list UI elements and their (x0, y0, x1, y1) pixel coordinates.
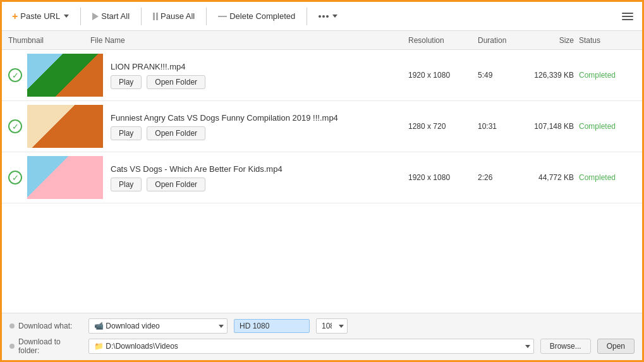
item-resolution-2: 1920 x 1080 (408, 173, 478, 182)
header-size: Size (522, 36, 579, 45)
paste-url-dropdown-arrow (64, 15, 69, 18)
item-info-0: LION PRANK!!!.mp4 Play Open Folder (111, 62, 408, 89)
item-check-1: ✓ (8, 119, 27, 133)
play-button-1[interactable]: Play (111, 126, 142, 140)
quality-badge: HD 1080 (234, 319, 310, 333)
item-buttons-0: Play Open Folder (111, 75, 408, 89)
item-filename-1: Funniest Angry Cats VS Dogs Funny Compil… (111, 113, 408, 123)
download-list: ✓ LION PRANK!!!.mp4 Play Open Folder 192… (2, 50, 642, 313)
folder-path-wrapper: 📁 D:\Downloads\Videos (88, 339, 534, 354)
more-icon (319, 15, 329, 18)
check-icon-2: ✓ (8, 171, 22, 184)
item-resolution-1: 1280 x 720 (408, 122, 478, 131)
quality-select[interactable]: 1080p 720p 480p 360p (316, 318, 348, 334)
table-row: ✓ Cats VS Dogs - Which Are Better For Ki… (2, 152, 642, 203)
header-status: Status (579, 36, 636, 45)
download-type-wrapper: 📹 Download video (88, 318, 228, 334)
table-row: ✓ Funniest Angry Cats VS Dogs Funny Comp… (2, 101, 642, 152)
folder-path-select[interactable]: 📁 D:\Downloads\Videos (88, 339, 534, 354)
start-all-label: Start All (101, 11, 130, 21)
item-resolution-0: 1920 x 1080 (408, 71, 478, 80)
download-what-row: Download what: 📹 Download video HD 1080 … (9, 318, 635, 334)
item-duration-1: 10:31 (478, 122, 522, 131)
toolbar-separator-3 (206, 8, 207, 25)
table-header: Thumbnail File Name Resolution Duration … (2, 31, 642, 50)
play-icon (92, 13, 99, 20)
toolbar-separator-2 (141, 8, 142, 25)
more-dropdown-arrow (332, 15, 337, 18)
bottom-bar: Download what: 📹 Download video HD 1080 … (2, 313, 642, 360)
download-folder-row: Download to folder: 📁 D:\Downloads\Video… (9, 337, 635, 355)
header-resolution: Resolution (408, 36, 478, 45)
header-duration: Duration (478, 36, 522, 45)
pause-icon (153, 13, 158, 20)
paste-url-button[interactable]: + Paste URL (8, 8, 73, 25)
plus-icon: + (12, 11, 18, 22)
open-button[interactable]: Open (597, 339, 635, 354)
item-info-2: Cats VS Dogs - Which Are Better For Kids… (111, 164, 408, 191)
check-icon-1: ✓ (8, 119, 22, 133)
delete-completed-label: Delete Completed (229, 11, 295, 21)
hamburger-line-1 (622, 13, 633, 14)
play-button-2[interactable]: Play (111, 178, 142, 191)
item-filename-0: LION PRANK!!!.mp4 (111, 62, 408, 71)
browse-button[interactable]: Browse... (540, 339, 591, 354)
table-row: ✓ LION PRANK!!!.mp4 Play Open Folder 192… (2, 50, 642, 101)
hamburger-menu-button[interactable] (619, 10, 636, 23)
quality-wrapper: 1080p 720p 480p 360p (316, 318, 348, 334)
item-status-0: Completed (579, 71, 636, 80)
item-check-2: ✓ (8, 171, 27, 184)
item-info-1: Funniest Angry Cats VS Dogs Funny Compil… (111, 113, 408, 140)
open-folder-button-2[interactable]: Open Folder (147, 178, 205, 191)
open-folder-button-1[interactable]: Open Folder (147, 126, 205, 140)
check-icon-0: ✓ (8, 68, 22, 82)
play-button-0[interactable]: Play (111, 75, 142, 89)
toolbar-separator-1 (80, 8, 81, 25)
item-thumbnail-2 (27, 156, 103, 199)
toolbar-separator-4 (307, 8, 307, 25)
start-all-button[interactable]: Start All (88, 9, 133, 23)
open-folder-button-0[interactable]: Open Folder (147, 75, 205, 89)
item-duration-2: 2:26 (478, 173, 522, 182)
item-thumbnail-0 (27, 54, 103, 97)
item-status-1: Completed (579, 122, 636, 131)
item-size-2: 44,772 KB (522, 173, 579, 182)
item-buttons-2: Play Open Folder (111, 178, 408, 191)
item-buttons-1: Play Open Folder (111, 126, 408, 140)
item-filename-2: Cats VS Dogs - Which Are Better For Kids… (111, 164, 408, 174)
delete-completed-button[interactable]: Delete Completed (214, 9, 299, 23)
header-thumbnail: Thumbnail (8, 36, 90, 45)
pause-all-button[interactable]: Pause All (149, 9, 198, 23)
hamburger-line-3 (622, 19, 633, 20)
more-options-button[interactable] (315, 12, 341, 20)
header-filename: File Name (90, 36, 408, 45)
item-status-2: Completed (579, 173, 636, 182)
paste-url-label: Paste URL (20, 11, 60, 21)
download-to-label: Download to folder: (9, 337, 82, 355)
delete-icon (218, 16, 227, 17)
download-what-label: Download what: (9, 322, 82, 330)
hamburger-line-2 (622, 16, 633, 17)
pause-all-label: Pause All (161, 11, 195, 21)
download-type-select[interactable]: 📹 Download video (88, 318, 228, 334)
item-check-0: ✓ (8, 68, 27, 82)
item-thumbnail-1 (27, 105, 103, 148)
item-size-1: 107,148 KB (522, 122, 579, 131)
download-what-dot (9, 323, 15, 329)
toolbar: + Paste URL Start All Pause All Delete C… (2, 2, 642, 31)
item-duration-0: 5:49 (478, 71, 522, 80)
item-size-0: 126,339 KB (522, 71, 579, 80)
download-to-dot (9, 344, 15, 349)
